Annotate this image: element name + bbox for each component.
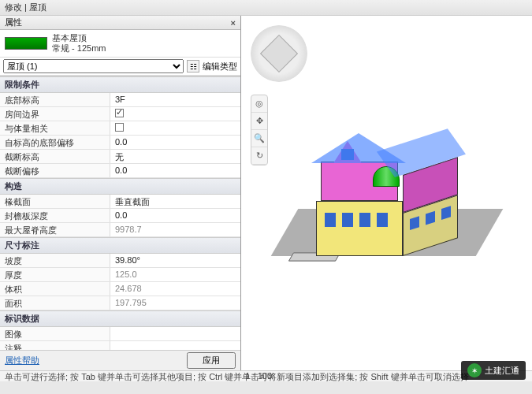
- family-name: 基本屋顶: [52, 33, 106, 43]
- apply-button[interactable]: 应用: [187, 352, 236, 369]
- prop-image[interactable]: 图像: [0, 327, 240, 341]
- watermark: ✶ 土建汇通: [461, 361, 526, 380]
- tab-title: 修改 | 屋顶: [0, 0, 532, 16]
- checkbox-off-icon[interactable]: [115, 123, 124, 132]
- watermark-text: 土建汇通: [485, 365, 519, 377]
- prop-base-level[interactable]: 底部标高3F: [0, 93, 240, 107]
- properties-help-link[interactable]: 属性帮助: [5, 355, 39, 366]
- wall-front: [316, 201, 403, 256]
- type-text: 基本屋顶 常规 - 125mm: [52, 33, 106, 54]
- type-swatch: [5, 37, 47, 50]
- prop-slope[interactable]: 坡度39.80°: [0, 254, 240, 268]
- group-construction[interactable]: 构造: [0, 178, 240, 195]
- prop-cutoff-level[interactable]: 截断标高无: [0, 150, 240, 164]
- model-render: [269, 91, 505, 296]
- prop-rafter-cut[interactable]: 椽截面垂直截面: [0, 195, 240, 209]
- close-icon[interactable]: ×: [231, 18, 236, 28]
- house-model: [316, 122, 474, 256]
- status-hint: 单击可进行选择; 按 Tab 键并单击可选择其他项目; 按 Ctrl 键并单击可…: [5, 372, 469, 381]
- main: 属性 × 基本屋顶 常规 - 125mm 屋顶 (1) ☷ 编辑类型 限制条件 …: [0, 16, 532, 370]
- type-name: 常规 - 125mm: [52, 43, 106, 54]
- status-bar: 单击可进行选择; 按 Tab 键并单击可选择其他项目; 按 Ctrl 键并单击可…: [0, 370, 532, 381]
- prop-volume: 体积24.678: [0, 282, 240, 296]
- checkbox-on-icon[interactable]: [115, 109, 124, 117]
- properties-panel: 属性 × 基本屋顶 常规 - 125mm 屋顶 (1) ☷ 编辑类型 限制条件 …: [0, 16, 241, 370]
- group-identity[interactable]: 标识数据: [0, 310, 240, 327]
- type-selector[interactable]: 基本屋顶 常规 - 125mm: [0, 30, 240, 57]
- panel-footer: 属性帮助 应用: [0, 350, 240, 370]
- prop-area: 面积197.795: [0, 296, 240, 310]
- edit-type-icon[interactable]: ☷: [187, 60, 199, 72]
- instance-row: 屋顶 (1) ☷ 编辑类型: [0, 57, 240, 76]
- group-dimensions[interactable]: 尺寸标注: [0, 237, 240, 254]
- instance-selector[interactable]: 屋顶 (1): [3, 59, 184, 73]
- prop-cutoff-offset[interactable]: 截断偏移0.0: [0, 164, 240, 178]
- prop-fascia-depth[interactable]: 封檐板深度0.0: [0, 209, 240, 223]
- edit-type-button[interactable]: 编辑类型: [203, 61, 237, 72]
- viewport-3d[interactable]: [241, 16, 532, 370]
- scale-display[interactable]: 1 : 100: [245, 371, 272, 381]
- property-grid: 限制条件 底部标高3F 房间边界 与体量相关 自标高的底部偏移0.0 截断标高无…: [0, 76, 240, 350]
- prop-related-mass[interactable]: 与体量相关: [0, 121, 240, 136]
- prop-max-ridge: 最大屋脊高度9978.7: [0, 223, 240, 237]
- wechat-icon: ✶: [467, 363, 482, 377]
- prop-thickness: 厚度125.0: [0, 268, 240, 282]
- panel-header: 属性 ×: [0, 16, 240, 30]
- group-constraints[interactable]: 限制条件: [0, 76, 240, 93]
- prop-base-offset[interactable]: 自标高的底部偏移0.0: [0, 136, 240, 150]
- viewport-panel: ◎ ✥ 🔍 ↻: [241, 16, 532, 370]
- prop-room-bounding[interactable]: 房间边界: [0, 107, 240, 121]
- prop-comments[interactable]: 注释: [0, 341, 240, 350]
- panel-title: 属性: [5, 17, 22, 28]
